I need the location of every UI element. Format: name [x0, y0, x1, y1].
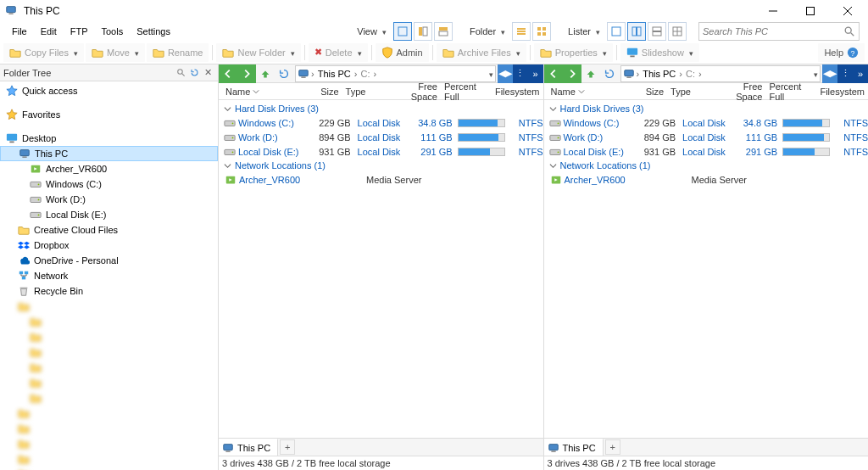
tree-item[interactable]: [0, 451, 218, 467]
tree-item[interactable]: Quick access: [0, 83, 218, 98]
column-header[interactable]: Name SizeTypeFree SpacePercent FullFiles…: [219, 83, 543, 100]
menu-file[interactable]: File: [5, 25, 34, 38]
lister-icon-1[interactable]: [607, 22, 626, 41]
tree-refresh-icon[interactable]: [187, 66, 201, 80]
add-tab-button[interactable]: +: [280, 439, 295, 455]
tree-item[interactable]: Archer_VR600: [0, 161, 218, 176]
tree-item[interactable]: Windows (C:): [0, 176, 218, 192]
column-header[interactable]: Name SizeTypeFree SpacePercent FullFiles…: [544, 83, 869, 100]
tree-item[interactable]: [0, 314, 218, 329]
add-tab-button[interactable]: +: [605, 439, 620, 455]
nav-refresh-button[interactable]: [600, 64, 619, 83]
breadcrumb-root[interactable]: This PC: [641, 69, 677, 79]
nav-back-button[interactable]: [219, 64, 237, 83]
drive-row[interactable]: Local Disk (E:)931 GBLocal Disk291 GBNTF…: [544, 144, 869, 159]
pane-menu-icon[interactable]: »: [528, 64, 543, 83]
drive-row[interactable]: Work (D:)894 GBLocal Disk111 GBNTFS: [219, 130, 543, 144]
tree-item[interactable]: Local Disk (E:): [0, 207, 218, 222]
folder-tree[interactable]: Quick accessFavoritesDesktopThis PCArche…: [0, 81, 218, 470]
menu-settings[interactable]: Settings: [130, 25, 177, 38]
minimize-button[interactable]: [754, 0, 792, 22]
tree-item[interactable]: Desktop: [0, 131, 218, 146]
addr-dropdown-icon[interactable]: [489, 69, 493, 79]
tree-item[interactable]: Recycle Bin: [0, 283, 218, 299]
drive-row[interactable]: Windows (C:)229 GBLocal Disk34.8 GBNTFS: [219, 115, 543, 130]
nav-up-button[interactable]: [256, 64, 275, 83]
tree-item[interactable]: [0, 421, 218, 436]
close-button[interactable]: [829, 0, 866, 22]
nav-back-button[interactable]: [544, 64, 563, 83]
tree-item[interactable]: [0, 329, 218, 344]
folder-mode-icon-2[interactable]: [532, 22, 551, 41]
tree-item[interactable]: [0, 467, 218, 470]
group-network[interactable]: Network Locations (1): [544, 159, 869, 172]
pane-link-icon[interactable]: ⋮: [837, 64, 853, 83]
delete-button[interactable]: ✖Delete: [309, 43, 368, 62]
drive-row[interactable]: Windows (C:)229 GBLocal Disk34.8 GBNTFS: [544, 115, 869, 130]
tree-item[interactable]: Work (D:): [0, 192, 218, 207]
pane-swap-icon[interactable]: ◀▶: [498, 64, 513, 83]
tree-item[interactable]: Favorites: [0, 107, 218, 122]
menu-ftp[interactable]: FTP: [64, 25, 95, 38]
address-bar[interactable]: This PCC:: [295, 65, 496, 82]
view-mode-icon-2[interactable]: [414, 22, 432, 41]
search-icon[interactable]: [843, 25, 855, 37]
maximize-button[interactable]: [792, 0, 829, 22]
tree-item[interactable]: [0, 375, 218, 390]
tree-item[interactable]: [0, 406, 218, 421]
menu-tools[interactable]: Tools: [94, 25, 130, 38]
nav-refresh-button[interactable]: [275, 64, 293, 83]
breadcrumb-c[interactable]: C:: [684, 69, 697, 79]
admin-button[interactable]: Admin: [376, 43, 429, 62]
tree-item[interactable]: [0, 360, 218, 375]
breadcrumb-c[interactable]: C:: [359, 69, 371, 79]
tree-item[interactable]: Dropbox: [0, 238, 218, 253]
addr-dropdown-icon[interactable]: [814, 69, 818, 79]
view-mode-icon-3[interactable]: [434, 22, 453, 41]
tree-item[interactable]: [0, 436, 218, 451]
drive-row[interactable]: Local Disk (E:)931 GBLocal Disk291 GBNTF…: [219, 144, 543, 159]
lister-icon-3[interactable]: [648, 22, 666, 41]
nav-forward-button[interactable]: [237, 64, 256, 83]
lister-dropdown[interactable]: Lister: [563, 22, 605, 41]
tree-item[interactable]: [0, 299, 218, 314]
tree-close-icon[interactable]: ✕: [201, 66, 214, 80]
archive-button[interactable]: Archive Files: [437, 43, 526, 62]
address-bar[interactable]: This PCC:: [620, 65, 821, 82]
rename-button[interactable]: Rename: [147, 43, 209, 62]
lister-icon-4[interactable]: [668, 22, 687, 41]
new-folder-button[interactable]: New Folder: [216, 43, 300, 62]
view-dropdown[interactable]: View: [352, 22, 392, 41]
pane-tab[interactable]: This PC: [219, 439, 278, 456]
drive-row[interactable]: Work (D:)894 GBLocal Disk111 GBNTFS: [544, 130, 869, 144]
breadcrumb-root[interactable]: This PC: [316, 69, 353, 79]
tree-item[interactable]: OneDrive - Personal: [0, 253, 218, 268]
tree-item[interactable]: Network: [0, 268, 218, 283]
group-hdd[interactable]: Hard Disk Drives (3): [544, 102, 869, 115]
folder-mode-icon-1[interactable]: [512, 22, 531, 41]
lister-icon-2[interactable]: [627, 22, 646, 41]
group-hdd[interactable]: Hard Disk Drives (3): [219, 102, 543, 115]
properties-button[interactable]: Properties: [534, 43, 613, 62]
menu-edit[interactable]: Edit: [34, 25, 64, 38]
view-mode-icon-1[interactable]: [393, 22, 412, 41]
tree-item[interactable]: [0, 344, 218, 360]
move-button[interactable]: Move: [86, 43, 145, 62]
group-network[interactable]: Network Locations (1): [219, 159, 543, 172]
pane-tab[interactable]: This PC: [544, 439, 604, 456]
network-row[interactable]: Archer_VR600Media Server: [219, 172, 543, 187]
network-row[interactable]: Archer_VR600Media Server: [544, 172, 869, 187]
folder-dropdown[interactable]: Folder: [465, 22, 510, 41]
nav-forward-button[interactable]: [563, 64, 581, 83]
slideshow-button[interactable]: Slideshow: [620, 43, 699, 62]
copy-files-button[interactable]: Copy Files: [3, 43, 84, 62]
search-input[interactable]: [703, 26, 843, 36]
pane-link-icon[interactable]: ⋮: [513, 64, 528, 83]
tree-item[interactable]: [0, 390, 218, 406]
tree-item[interactable]: This PC: [0, 146, 218, 161]
pane-menu-icon[interactable]: »: [853, 64, 868, 83]
tree-item[interactable]: Creative Cloud Files: [0, 222, 218, 238]
tree-search-icon[interactable]: [174, 66, 187, 80]
pane-swap-icon[interactable]: ◀▶: [822, 64, 837, 83]
help-button[interactable]: Help: [818, 43, 865, 62]
